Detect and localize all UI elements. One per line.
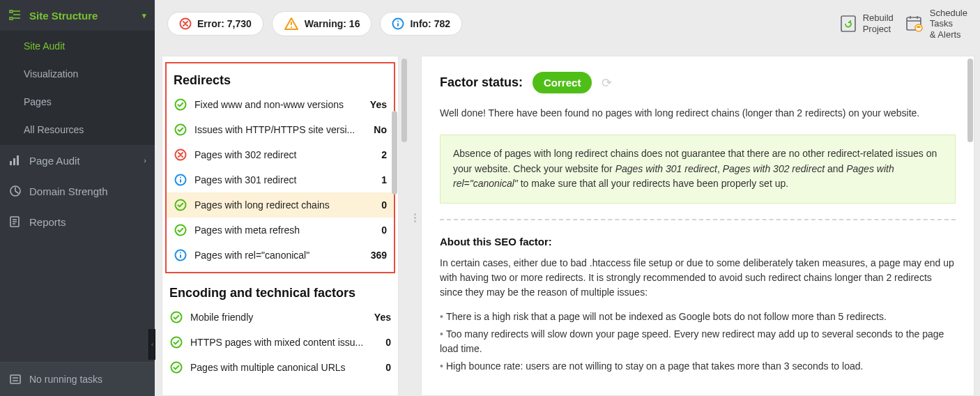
svg-rect-11 <box>17 155 19 165</box>
svg-rect-15 <box>841 16 855 31</box>
redirect-label-3: Pages with 301 redirect <box>194 174 374 185</box>
rebuild-project-button[interactable]: Rebuild Project <box>839 13 894 34</box>
redirect-label-2: Pages with 302 redirect <box>194 149 374 160</box>
ok-icon <box>174 123 187 136</box>
rebuild-line1: Rebuild <box>863 13 894 24</box>
note-italic-2: Pages with 302 redirect <box>723 163 825 174</box>
pill-info[interactable]: Info: 782 <box>380 12 462 36</box>
redirect-value-1: No <box>374 124 387 135</box>
right-scrollbar-thumb[interactable] <box>967 59 973 142</box>
redirect-label-5: Pages with meta refresh <box>194 224 374 236</box>
redirect-row-2[interactable]: Pages with 302 redirect2 <box>167 142 394 167</box>
sidebar-site-structure-label: Site Structure <box>29 10 98 22</box>
bullet-1: There is a high risk that a page will no… <box>440 310 956 324</box>
pill-warning[interactable]: Warning: 16 <box>272 11 372 36</box>
reports-icon <box>8 215 22 229</box>
redirect-label-0: Fixed www and non-www versions <box>194 99 363 110</box>
redirect-row-1[interactable]: Issues with HTTP/HTTPS site versi...No <box>167 117 394 142</box>
sidebar-collapse-handle[interactable]: ‹ <box>148 329 155 360</box>
page-audit-icon <box>8 153 22 167</box>
redirect-value-0: Yes <box>370 99 387 110</box>
refresh-icon[interactable]: ⟳ <box>602 75 612 91</box>
svg-rect-7 <box>10 10 13 13</box>
sidebar-domain-strength[interactable]: Domain Strength <box>0 176 155 206</box>
schedule-tasks-button[interactable]: Schedule Tasks & Alerts <box>905 8 967 40</box>
redirects-heading: Redirects <box>167 68 394 92</box>
sidebar-reports-label: Reports <box>29 216 66 228</box>
redirect-row-4[interactable]: Pages with long redirect chains0 <box>167 192 394 218</box>
top-actions: Rebuild Project Schedule Tasks & Alerts <box>828 8 967 40</box>
ok-icon <box>169 336 183 349</box>
redirect-row-5[interactable]: Pages with meta refresh0 <box>167 218 394 243</box>
sidebar-page-audit-label: Page Audit <box>29 155 80 167</box>
sidebar-footer[interactable]: No running tasks <box>0 362 155 396</box>
info-icon <box>174 249 187 261</box>
note-italic-1: Pages with 301 redirect <box>615 163 717 174</box>
rebuild-line2: Project <box>863 24 894 35</box>
sidebar-footer-label: No running tasks <box>29 374 102 385</box>
chevron-right-icon: › <box>144 156 146 165</box>
redirect-value-5: 0 <box>381 224 387 236</box>
pill-warning-label: Warning: 16 <box>305 18 360 29</box>
note-box: Absence of pages with long redirect chai… <box>440 135 956 204</box>
well-done-text: Well done! There have been found no page… <box>440 106 956 121</box>
site-structure-icon <box>8 8 22 22</box>
pill-error[interactable]: Error: 7,730 <box>167 12 263 36</box>
redirect-row-3[interactable]: Pages with 301 redirect1 <box>167 167 394 192</box>
sidebar-reports[interactable]: Reports <box>0 206 155 237</box>
sidebar-item-all-resources[interactable]: All Resources <box>0 116 155 144</box>
encoding-heading: Encoding and technical factors <box>162 280 398 305</box>
pane-resize-handle[interactable] <box>411 211 418 224</box>
factor-status-label: Factor status: <box>440 75 523 90</box>
details-panel: Factor status: Correct ⟳ Well done! Ther… <box>421 56 974 396</box>
encoding-label-1: HTTPS pages with mixed content issu... <box>190 337 378 348</box>
bullet-2: Too many redirects will slow down your p… <box>440 327 956 356</box>
bullet-3: High bounce rate: users are not willing … <box>440 359 956 374</box>
svg-rect-8 <box>10 17 13 20</box>
about-paragraph: In certain cases, either due to bad .hta… <box>440 256 956 300</box>
redirect-value-4: 0 <box>381 199 387 211</box>
domain-strength-icon <box>8 184 22 198</box>
sidebar-item-pages[interactable]: Pages <box>0 88 155 116</box>
status-badge: Correct <box>533 72 592 93</box>
sidebar-domain-strength-label: Domain Strength <box>29 185 108 197</box>
redirect-value-6: 369 <box>371 250 387 261</box>
encoding-value-2: 0 <box>385 362 391 373</box>
schedule-line3: & Alerts <box>930 29 967 40</box>
svg-rect-10 <box>13 158 15 165</box>
sidebar-item-visualization[interactable]: Visualization <box>0 60 155 88</box>
sidebar-page-audit[interactable]: Page Audit › <box>0 145 155 176</box>
ok-icon <box>169 361 183 374</box>
redirect-row-0[interactable]: Fixed www and non-www versionsYes <box>167 92 394 117</box>
redirect-label-6: Pages with rel="canonical" <box>194 250 364 261</box>
encoding-row-0[interactable]: Mobile friendlyYes <box>162 305 398 330</box>
rebuild-text: Rebuild Project <box>863 13 894 34</box>
topbar: Error: 7,730 Warning: 16 Info: 782 Rebui… <box>155 0 980 47</box>
sidebar-item-site-audit[interactable]: Site Audit <box>0 32 155 60</box>
encoding-row-1[interactable]: HTTPS pages with mixed content issu...0 <box>162 330 398 355</box>
note-part-d: to make sure that all your redirects hav… <box>518 178 788 189</box>
redirects-highlight-box: Redirects Fixed www and non-www versions… <box>165 62 395 273</box>
info-icon <box>392 17 404 30</box>
redirect-value-2: 2 <box>381 149 387 160</box>
redirect-row-6[interactable]: Pages with rel="canonical"369 <box>167 243 394 268</box>
redirect-label-4: Pages with long redirect chains <box>194 199 374 211</box>
sidebar-site-structure[interactable]: Site Structure ▾ <box>0 0 155 31</box>
ok-icon <box>174 224 187 236</box>
err-icon <box>174 148 187 161</box>
note-part-b: , <box>717 163 723 174</box>
outer-scrollbar-thumb[interactable] <box>401 59 407 142</box>
info-icon <box>174 174 187 186</box>
encoding-label-0: Mobile friendly <box>190 312 367 323</box>
redirect-value-3: 1 <box>381 174 387 185</box>
status-line: Factor status: Correct ⟳ <box>440 72 956 93</box>
sidebar-submenu: Site Audit Visualization Pages All Resou… <box>0 31 155 145</box>
encoding-row-2[interactable]: Pages with multiple canonical URLs0 <box>162 355 398 380</box>
pill-info-label: Info: 782 <box>410 18 450 29</box>
encoding-value-1: 0 <box>385 337 391 348</box>
warning-icon <box>284 17 299 31</box>
left-scrollbar-thumb[interactable] <box>392 111 397 195</box>
ok-icon <box>169 311 183 323</box>
svg-rect-9 <box>10 161 12 165</box>
rebuild-icon <box>839 14 857 33</box>
